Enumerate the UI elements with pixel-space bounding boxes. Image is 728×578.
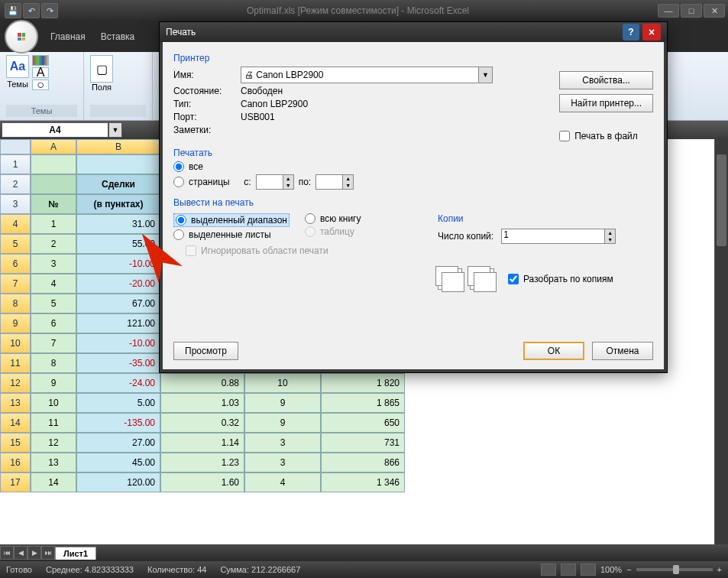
themes-button[interactable]: Темы — [6, 80, 29, 89]
row-header[interactable]: 1 — [0, 154, 31, 174]
radio-pages[interactable] — [173, 177, 184, 187]
cell[interactable] — [76, 154, 160, 174]
sheet-nav-last[interactable]: ⏭ — [41, 546, 55, 560]
window-maximize-button[interactable]: □ — [681, 4, 702, 18]
sheet-nav-prev[interactable]: ◀ — [14, 546, 28, 560]
chevron-down-icon[interactable]: ▼ — [478, 67, 492, 83]
row-header[interactable]: 2 — [0, 174, 31, 194]
window-close-button[interactable]: ✕ — [704, 4, 725, 18]
cell[interactable]: 120.00 — [76, 472, 160, 492]
cell[interactable]: -10.00 — [76, 254, 160, 274]
cell[interactable]: 650 — [321, 413, 405, 433]
margins-icon[interactable]: ▢ — [90, 55, 113, 83]
row-header[interactable]: 10 — [0, 333, 31, 353]
window-minimize-button[interactable]: — — [658, 4, 679, 18]
row-header[interactable]: 16 — [0, 453, 31, 472]
row-header[interactable]: 13 — [0, 393, 31, 413]
col-header-b[interactable]: B — [76, 139, 160, 154]
cell[interactable]: 5.00 — [76, 393, 160, 413]
cell[interactable]: 1.23 — [160, 453, 244, 472]
copies-input[interactable]: 1▲▼ — [501, 229, 616, 244]
cell[interactable]: -135.00 — [76, 413, 160, 433]
cancel-button[interactable]: Отмена — [592, 342, 653, 360]
dialog-help-button[interactable]: ? — [623, 24, 639, 41]
cell[interactable]: 1 820 — [321, 373, 405, 393]
cell[interactable]: 1.14 — [160, 433, 244, 453]
cell[interactable]: 6 — [31, 313, 76, 333]
cell[interactable]: 12 — [31, 433, 76, 453]
qat-redo-icon[interactable]: ↷ — [41, 3, 58, 18]
row-header[interactable]: 8 — [0, 294, 31, 313]
cell[interactable]: 14 — [31, 472, 76, 492]
cell[interactable]: 0.32 — [160, 413, 244, 433]
sheet-tab-1[interactable]: Лист1 — [55, 547, 96, 560]
sheet-nav-first[interactable]: ⏮ — [0, 546, 14, 560]
radio-workbook[interactable] — [305, 213, 315, 224]
radio-sheets[interactable] — [173, 229, 184, 240]
cell[interactable]: 1 346 — [321, 472, 405, 492]
fonts-icon[interactable]: A — [32, 67, 49, 78]
cell[interactable]: 67.00 — [76, 294, 160, 313]
cell[interactable]: 10 — [31, 393, 76, 413]
cell[interactable]: 866 — [321, 453, 405, 472]
row-header[interactable]: 5 — [0, 234, 31, 254]
cell[interactable]: 9 — [244, 393, 321, 413]
view-normal-button[interactable] — [541, 563, 556, 576]
cell[interactable]: (в пунктах) — [76, 194, 160, 214]
view-pagebreak-button[interactable] — [581, 563, 596, 576]
pages-to-input[interactable]: ▲▼ — [315, 174, 354, 190]
colors-icon[interactable] — [32, 55, 49, 66]
tab-insert[interactable]: Вставка — [93, 28, 143, 45]
cell[interactable]: 2 — [31, 234, 76, 254]
cell[interactable]: 27.00 — [76, 433, 160, 453]
cell[interactable]: 13 — [31, 453, 76, 472]
tab-home[interactable]: Главная — [43, 28, 93, 45]
cell[interactable]: 4 — [244, 472, 321, 492]
cell[interactable]: 5 — [31, 294, 76, 313]
effects-icon[interactable]: ○ — [32, 80, 49, 90]
dialog-titlebar[interactable]: Печать ? × — [160, 22, 667, 42]
cell[interactable]: 3 — [244, 433, 321, 453]
ok-button[interactable]: ОК — [523, 342, 584, 360]
row-header[interactable]: 7 — [0, 274, 31, 294]
name-box-dropdown[interactable]: ▼ — [108, 122, 122, 138]
zoom-out-button[interactable]: − — [626, 565, 631, 574]
cell[interactable]: 4 — [31, 274, 76, 294]
cell[interactable]: 1.60 — [160, 472, 244, 492]
row-header[interactable]: 11 — [0, 353, 31, 373]
cell[interactable]: -24.00 — [76, 373, 160, 393]
cell[interactable]: 1 — [31, 214, 76, 234]
cell[interactable]: 1.03 — [160, 393, 244, 413]
radio-selection[interactable] — [176, 215, 186, 226]
find-printer-button[interactable]: Найти принтер... — [559, 94, 653, 112]
col-header-a[interactable]: A — [31, 139, 76, 154]
row-header[interactable]: 14 — [0, 413, 31, 433]
sheet-nav-next[interactable]: ▶ — [28, 546, 41, 560]
cell[interactable]: 10 — [244, 373, 321, 393]
qat-undo-icon[interactable]: ↶ — [23, 3, 40, 18]
cell[interactable]: 31.00 — [76, 214, 160, 234]
printer-select[interactable]: 🖨 Canon LBP2900 ▼ — [241, 67, 493, 83]
radio-all[interactable] — [173, 161, 184, 172]
properties-button[interactable]: Свойства... — [559, 71, 653, 89]
row-header[interactable]: 6 — [0, 254, 31, 274]
cell[interactable]: -20.00 — [76, 274, 160, 294]
qat-save-icon[interactable]: 💾 — [5, 3, 21, 18]
cell[interactable]: 731 — [321, 433, 405, 453]
cell[interactable] — [31, 154, 76, 174]
select-all-corner[interactable] — [0, 139, 31, 154]
row-header[interactable]: 17 — [0, 472, 31, 492]
row-header[interactable]: 15 — [0, 433, 31, 453]
cell[interactable]: 7 — [31, 333, 76, 353]
vertical-scrollbar[interactable] — [714, 139, 728, 544]
name-box[interactable]: A4 — [2, 122, 108, 138]
zoom-slider[interactable] — [636, 568, 713, 571]
row-header[interactable]: 9 — [0, 313, 31, 333]
themes-font-icon[interactable]: Aa — [6, 55, 29, 78]
cell[interactable]: 45.00 — [76, 453, 160, 472]
cell[interactable]: 3 — [244, 453, 321, 472]
cell[interactable]: 0.88 — [160, 373, 244, 393]
zoom-in-button[interactable]: + — [717, 565, 722, 574]
pages-from-input[interactable]: ▲▼ — [256, 174, 294, 190]
cell[interactable]: 55.00 — [76, 234, 160, 254]
